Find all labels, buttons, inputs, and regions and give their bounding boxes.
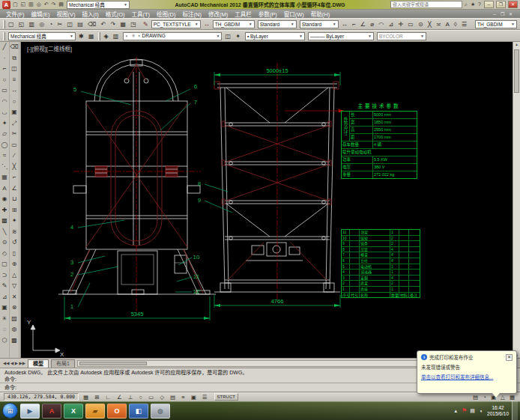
scrollbar-thumb[interactable] — [514, 49, 519, 93]
struct-toggle-button[interactable]: STRUCT — [214, 393, 238, 401]
taskbar-folder[interactable]: ▰ — [85, 404, 105, 419]
window-title: AutoCAD Mechanical 2012 垂直循环式的立体车库 小型循环4… — [132, 1, 388, 8]
clock-time: 16:42 — [487, 405, 509, 411]
mleader-style-combo[interactable]: Standard▼ — [300, 20, 339, 28]
close-button[interactable]: ✕ — [508, 1, 518, 8]
network-icon[interactable]: ▤ — [470, 408, 477, 414]
bom-material — [399, 287, 408, 292]
quick-access-toolbar[interactable]: ▢ ◱ ▥ ◎ ↶ ↷ ▤ — [13, 1, 64, 7]
layer-tool-icons[interactable]: ◈ ▥ — [103, 33, 120, 40]
param-label: 宽 — [350, 119, 372, 126]
text-style-combo[interactable]: PC_TEXTSTYLE▼ — [151, 20, 201, 28]
table-style-combo[interactable]: Standard▼ — [258, 20, 297, 28]
toolbar-grip[interactable] — [98, 32, 100, 40]
bom-material — [399, 236, 408, 241]
bom-qty: 4 — [390, 247, 399, 252]
action-center-flag-icon[interactable]: ⚑ — [462, 407, 467, 414]
taskbar-blue-app[interactable]: ◧ — [129, 404, 148, 419]
bom-name: 底座 — [360, 287, 390, 292]
viewport-controls[interactable]: [-][俯视][二维线框] — [27, 44, 72, 52]
taskbar-autocad[interactable]: A — [42, 404, 61, 419]
layer-side-icons[interactable]: ◫ ✦ — [225, 33, 241, 40]
mleader-style-label: Standard — [302, 22, 321, 27]
tab-model[interactable]: 模型 — [28, 359, 49, 368]
layer-combo[interactable]: ◐ ✳ ▪ DRAWING▼ — [123, 32, 222, 40]
bom-material — [399, 264, 408, 270]
bom-material — [399, 270, 408, 275]
tab-layout1[interactable]: 布局1 — [51, 359, 75, 368]
menu-item-12[interactable]: 帮助(H) — [311, 10, 330, 18]
menu-item-7[interactable]: 标注(N) — [183, 10, 202, 18]
color-combo[interactable]: ▪ ByLayer▼ — [245, 32, 305, 40]
param-label: 功率 — [342, 156, 372, 163]
dim-style-combo-right[interactable]: TH_GBDIM▼ — [475, 20, 517, 28]
taskbar-globe-app[interactable]: ◍ — [151, 404, 170, 419]
text-style-icon[interactable]: ✎ — [143, 21, 148, 28]
param-value: 5000 mm — [373, 112, 417, 118]
balloon-10: 10 — [193, 254, 200, 261]
param-value: 5.5 KW — [373, 156, 417, 163]
bom-name: 电动机 — [360, 264, 390, 270]
menu-item-11[interactable]: 窗口(W) — [284, 10, 304, 18]
title-bar: A ▢ ◱ ▥ ◎ ↶ ↷ ▤ Mechanical 经典▼ AutoCAD M… — [0, 0, 520, 10]
tray-expand-icon[interactable]: ▴ — [455, 408, 459, 414]
start-button[interactable]: ⊞ — [2, 403, 18, 419]
linetype-combo[interactable]: ——— ByLayer▼ — [308, 32, 374, 40]
maximize-button[interactable]: ❒ — [496, 1, 506, 8]
dim-style-combo[interactable]: TH_GBDIM▼ — [213, 20, 255, 28]
scrollbar-thumb[interactable] — [79, 362, 147, 365]
menu-item-6[interactable]: 绘图(D) — [157, 10, 175, 18]
infocenter-icons[interactable]: ⌕ ★ ? — [465, 1, 482, 7]
linetype-label: ByLayer — [326, 34, 344, 39]
minimize-button[interactable]: ─ — [484, 1, 494, 8]
vertical-scrollbar[interactable]: ▲ ▼ — [513, 42, 520, 358]
menu-item-4[interactable]: 格式(O) — [106, 10, 125, 18]
left-toolbar-dock: ╱ · ⌐ ○ ▭ ◠ ◡ ✦ ▱ ◯ ≈ ⋱ ▦ A ◉ ✚ ▩ ╲ ⊙ ◇ … — [0, 42, 21, 358]
toolbar-grip[interactable] — [3, 32, 5, 40]
toolbar-grip[interactable] — [3, 20, 5, 28]
dimension-toolbar-icons[interactable]: ↔ ⌐ ∠ ⌀ ◠ ⊿ ✛ ▭ ⊙ ╳ ≍ A ◊ ☰ — [342, 21, 472, 28]
standard-toolbar-icons[interactable]: ▢ ◱ ▥ ◎ ◔ ✂ ◫ ▤ ⌫ ↶ ↷ ▦ ◳ ☷ ▩ — [8, 21, 140, 28]
param-label: 存车数量 — [342, 141, 372, 148]
menu-item-2[interactable]: 视图(V) — [57, 10, 76, 18]
menu-item-0[interactable]: 文件(F) — [6, 10, 25, 18]
notification-link[interactable]: 单击以查看打印和发布详细信息... — [421, 373, 513, 380]
workspace-combo[interactable]: Mechanical 经典▼ — [8, 32, 76, 40]
bom-qty: 4 — [390, 276, 399, 281]
chevron-down-icon: ▼ — [124, 2, 127, 7]
tab-nav-arrows[interactable]: ◀◀ ◀ ▶ ▶▶ — [3, 361, 25, 365]
taskbar-office-app[interactable]: O — [107, 404, 127, 419]
autocad-logo-icon[interactable]: A — [2, 1, 10, 9]
bom-material — [399, 281, 408, 286]
draw-toolbar[interactable]: ╱ · ⌐ ○ ▭ ◠ ◡ ✦ ▱ ◯ ≈ ⋱ ▦ A ◉ ✚ ▩ ╲ ⊙ ◇ … — [0, 42, 10, 358]
bom-note — [409, 241, 420, 246]
menu-item-8[interactable]: 修改(M) — [208, 10, 228, 18]
workspace-combo-qat[interactable]: Mechanical 经典▼ — [67, 1, 130, 9]
menu-item-5[interactable]: 工具(T) — [132, 10, 151, 18]
taskbar-clock[interactable]: 16:42 2015/6/10 — [487, 405, 509, 417]
taskbar-excel[interactable]: X — [64, 404, 83, 419]
volume-icon[interactable]: ◖ — [480, 408, 484, 413]
document-window-buttons[interactable]: ─ ❒ ✕ — [493, 11, 514, 16]
bom-note — [409, 264, 420, 270]
status-toggle-buttons[interactable]: ▦ ⊞ ∟ ∠ ⊥ ○ ▭ ◇ ▤ ≡ ▣ ☰ — [83, 394, 210, 401]
show-desktop-button[interactable] — [512, 401, 518, 420]
balloon-7: 7 — [194, 99, 198, 106]
balloon-1: 1 — [70, 303, 74, 310]
dim-style-icon[interactable]: ↔ — [204, 21, 210, 28]
drawing-canvas[interactable]: 5000±15 5345 4766 1 — [21, 42, 513, 358]
taskbar-media-player[interactable]: ▶ — [20, 404, 40, 419]
plotstyle-combo[interactable]: BYCOLOR▼ — [377, 32, 426, 40]
modify-toolbar[interactable]: ⌫ ⧉ ◫ ≡ ↔ ○ ▣ ⤢ ✂ ▭ ∕ ╳ ⌐ ∠ ⊔ ⊞ ✦ ≋ ↺ ▯ … — [10, 42, 19, 358]
bom-qty: 1 — [390, 287, 399, 292]
menu-item-1[interactable]: 编辑(E) — [31, 10, 50, 18]
menu-item-9[interactable]: 工具栏 — [235, 10, 252, 18]
infocenter-search-input[interactable] — [390, 1, 462, 8]
notification-close-icon[interactable]: ✕ — [506, 354, 513, 361]
menu-item-10[interactable]: 参数(P) — [259, 10, 277, 18]
bom-name: 减速器 — [360, 270, 390, 275]
workspace-icons[interactable]: ✱ ▦ — [79, 33, 95, 40]
menu-item-3[interactable]: 插入(I) — [82, 10, 99, 18]
bom-qty: 1 — [390, 264, 399, 270]
bom-qty: 4 — [390, 252, 399, 258]
